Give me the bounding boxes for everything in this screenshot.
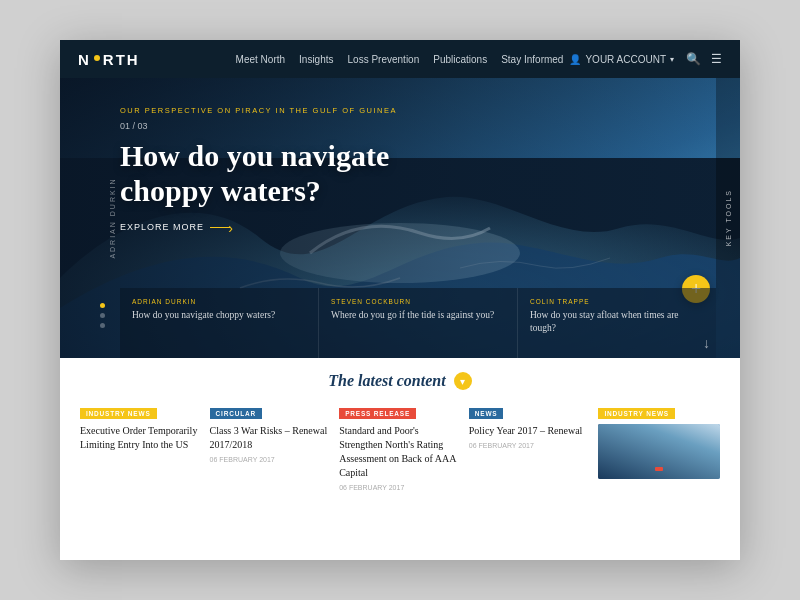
news-tag-4: NEWS	[469, 408, 504, 419]
logo-dot	[94, 55, 100, 61]
slide-card-1[interactable]: ADRIAN DURKIN How do you navigate choppy…	[120, 288, 319, 358]
news-tag-5: INDUSTRY NEWS	[598, 408, 675, 419]
latest-highlight: content	[397, 372, 446, 389]
news-card-2: CIRCULAR Class 3 War Risks – Renewal 201…	[210, 402, 332, 491]
slide-card-3[interactable]: COLIN TRAPPE How do you stay afloat when…	[518, 288, 716, 358]
nav-publications[interactable]: Publications	[433, 54, 487, 65]
latest-title: The latest content	[328, 372, 445, 390]
nav-icons: 🔍 ☰	[686, 52, 722, 67]
slide-card-1-text: How do you navigate choppy waters?	[132, 309, 306, 322]
news-title-1[interactable]: Executive Order Temporarily Limiting Ent…	[80, 424, 202, 452]
navbar: N RTH Meet North Insights Loss Preventio…	[60, 40, 740, 78]
slide-dot-2[interactable]	[100, 313, 105, 318]
slide-dot-3[interactable]	[100, 323, 105, 328]
news-card-3: PRESS RELEASE Standard and Poor's Streng…	[339, 402, 461, 491]
nav-stay-informed[interactable]: Stay Informed	[501, 54, 563, 65]
news-date-4: 06 FEBRUARY 2017	[469, 442, 591, 449]
account-label: YOUR ACCOUNT	[585, 54, 666, 65]
hero-author: ADRIAN DURKIN	[109, 177, 116, 258]
slide-card-2-text: Where do you go if the tide is against y…	[331, 309, 505, 322]
news-grid: INDUSTRY NEWS Executive Order Temporaril…	[80, 402, 720, 491]
slide-card-2-author: STEVEN COCKBURN	[331, 298, 505, 305]
slide-card-3-author: COLIN TRAPPE	[530, 298, 704, 305]
logo-orth: RTH	[103, 51, 140, 68]
key-tools-sidebar[interactable]: KEY TOOLS	[716, 78, 740, 358]
hero-cta-button[interactable]: EXPLORE MORE	[120, 222, 460, 232]
nav-insights[interactable]: Insights	[299, 54, 333, 65]
hero-cta-label: EXPLORE MORE	[120, 222, 204, 232]
hero-cta-arrow-icon	[210, 227, 230, 228]
nav-loss-prevention[interactable]: Loss Prevention	[348, 54, 420, 65]
news-tag-3: PRESS RELEASE	[339, 408, 416, 419]
news-date-2: 06 FEBRUARY 2017	[210, 456, 332, 463]
latest-prefix: The latest	[328, 372, 392, 389]
nav-links: Meet North Insights Loss Prevention Publ…	[236, 54, 564, 65]
news-card-4: NEWS Policy Year 2017 – Renewal 06 FEBRU…	[469, 402, 591, 491]
news-tag-1: INDUSTRY NEWS	[80, 408, 157, 419]
nav-meet-north[interactable]: Meet North	[236, 54, 285, 65]
news-tag-2: CIRCULAR	[210, 408, 262, 419]
scroll-down-arrow[interactable]: ↓	[703, 336, 710, 352]
slide-dot-nav	[100, 303, 105, 328]
account-chevron: ▾	[670, 55, 674, 64]
hero-slide-counter: 01 / 03	[120, 121, 460, 131]
slide-card-1-author: ADRIAN DURKIN	[132, 298, 306, 305]
account-menu[interactable]: 👤 YOUR ACCOUNT ▾	[569, 54, 674, 65]
news-title-2[interactable]: Class 3 War Risks – Renewal 2017/2018	[210, 424, 332, 452]
news-date-3: 06 FEBRUARY 2017	[339, 484, 461, 491]
news-card-5[interactable]: INDUSTRY NEWS	[598, 402, 720, 491]
news-card-1: INDUSTRY NEWS Executive Order Temporaril…	[80, 402, 202, 491]
latest-section: The latest content ▾ INDUSTRY NEWS Execu…	[60, 358, 740, 501]
menu-icon[interactable]: ☰	[711, 52, 722, 67]
hero-content: OUR PERSPECTIVE ON PIRACY IN THE GULF OF…	[120, 106, 460, 232]
latest-dropdown-button[interactable]: ▾	[454, 372, 472, 390]
logo[interactable]: N RTH	[78, 51, 140, 68]
news-title-4[interactable]: Policy Year 2017 – Renewal	[469, 424, 591, 438]
news-card-5-image	[598, 424, 720, 479]
news-card-5-img-boat	[655, 467, 663, 471]
slide-card-3-text: How do you stay afloat when times are to…	[530, 309, 704, 335]
news-title-3[interactable]: Standard and Poor's Strengthen North's R…	[339, 424, 461, 480]
search-icon[interactable]: 🔍	[686, 52, 701, 67]
slide-dot-1[interactable]	[100, 303, 105, 308]
slide-strip: ADRIAN DURKIN How do you navigate choppy…	[120, 288, 716, 358]
key-tools-label: KEY TOOLS	[725, 189, 732, 246]
hero-slide-label: OUR PERSPECTIVE ON PIRACY IN THE GULF OF…	[120, 106, 460, 115]
hero-title: How do you navigate choppy waters?	[120, 139, 460, 208]
slide-card-2[interactable]: STEVEN COCKBURN Where do you go if the t…	[319, 288, 518, 358]
browser-window: N RTH Meet North Insights Loss Preventio…	[60, 40, 740, 560]
logo-n: N	[78, 51, 91, 68]
hero-section: OUR PERSPECTIVE ON PIRACY IN THE GULF OF…	[60, 78, 740, 358]
latest-header: The latest content ▾	[80, 372, 720, 390]
